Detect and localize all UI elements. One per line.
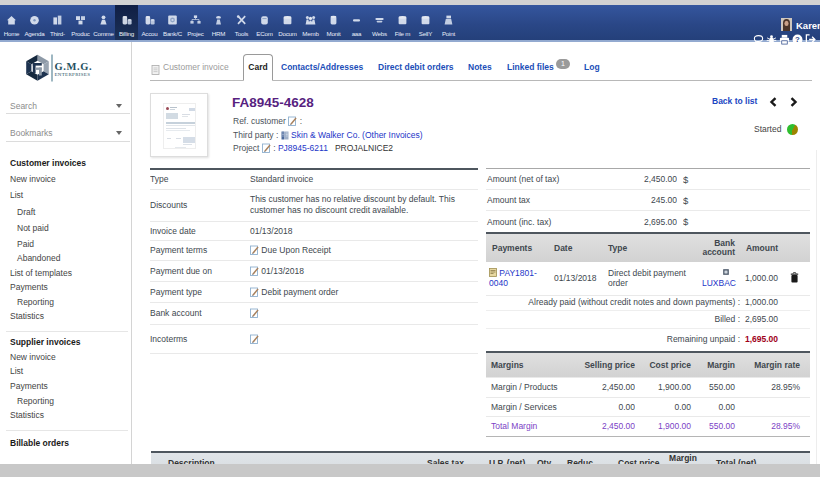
svg-text:?: ?: [795, 35, 800, 44]
svg-text:ENTERPRISES: ENTERPRISES: [55, 72, 91, 77]
svg-text:G.M.G.: G.M.G.: [55, 61, 93, 72]
